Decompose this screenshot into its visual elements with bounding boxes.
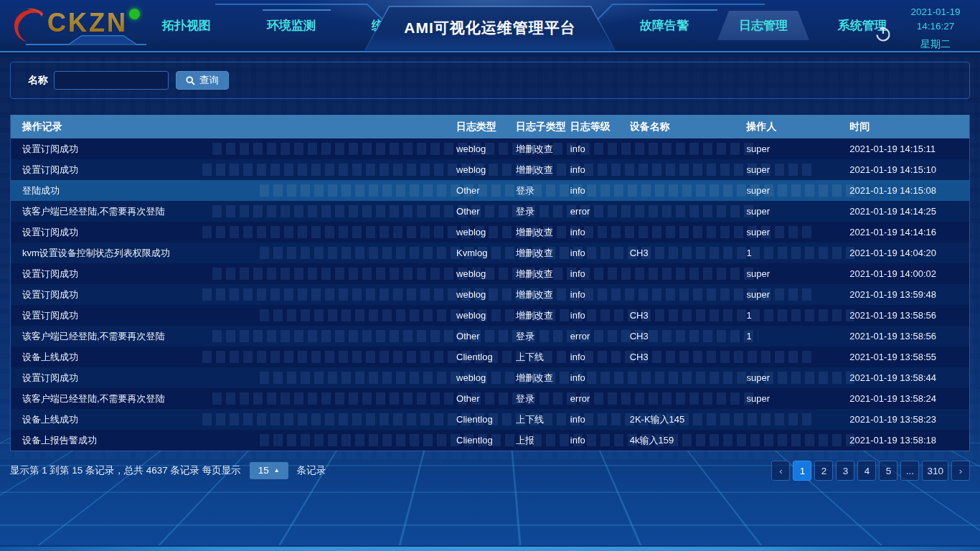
power-icon [874,24,892,43]
table-cell: CH3 [630,352,747,362]
table-header-row: 操作记录日志类型日志子类型日志等级设备名称操作人时间 [11,115,969,138]
table-cell: info [570,227,630,237]
page-button-page-4[interactable]: 4 [857,461,876,481]
table-cell: 2021-01-19 14:15:08 [849,185,969,196]
table-cell: info [570,352,630,362]
search-input[interactable] [54,71,169,90]
table-cell: 增删改查 [516,288,570,301]
table-cell: info [570,268,630,279]
log-table: 操作记录日志类型日志子类型日志等级设备名称操作人时间 设置订阅成功weblog增… [10,115,970,451]
table-cell: 上下线 [516,351,570,364]
table-cell: info [570,310,630,321]
summary-suffix: 条记录 [297,464,326,477]
table-cell: super [746,372,849,383]
table-cell: 设置订阅成功 [11,143,456,156]
column-header-2: 日志子类型 [516,121,570,133]
page-button-prev[interactable]: ‹ [771,461,790,481]
nav-item-alarms[interactable]: 故障告警 [630,11,699,40]
logo-green-dot-icon [129,9,140,19]
table-row[interactable]: 设置订阅成功weblog增删改查infosuper2021-01-19 14:1… [11,159,969,180]
table-cell: 增删改查 [516,372,570,385]
nav-right: 故障告警日志管理系统管理 [630,0,897,51]
logo-swoosh-icon [10,6,52,44]
column-header-1: 日志类型 [456,121,516,133]
table-row[interactable]: 设备上线成功Clientlog上下线infoCH32021-01-19 13:5… [11,347,969,367]
title-panel-inner: AMI可视化运维管理平台 [365,6,615,50]
table-cell: 2021-01-19 13:58:56 [849,310,969,321]
table-cell: 设置订阅成功 [11,226,456,239]
table-row[interactable]: 该客户端已经登陆,不需要再次登陆Other登录errorsuper2021-01… [11,388,969,409]
page-size-dropdown[interactable]: 15 ▲ [250,462,288,479]
search-icon [186,76,195,85]
table-row[interactable]: 设备上报告警成功Clientlog上报info4k输入1592021-01-19… [11,430,969,451]
table-cell: 增删改查 [516,247,570,260]
page-button-ellipsis[interactable]: ... [900,461,919,481]
app-logo: CKZN [10,4,140,44]
table-row[interactable]: 设置订阅成功weblog增删改查infosuper2021-01-19 13:5… [11,284,969,305]
query-button[interactable]: 查询 [176,71,229,90]
table-cell: Clientlog [456,435,516,446]
page-button-page-5[interactable]: 5 [879,461,897,481]
pagination: ‹12345...310› [771,461,970,481]
datetime-display: 2021-01-19 14:16:27 星期二 [894,5,977,51]
table-cell: 增删改查 [516,143,570,156]
table-cell: 登录 [516,330,570,343]
table-cell: Clientlog [456,414,516,425]
table-cell: 2021-01-19 14:04:20 [849,248,969,258]
table-row[interactable]: 设置订阅成功weblog增删改查infosuper2021-01-19 14:1… [11,222,969,242]
nav-item-environment[interactable]: 环境监测 [257,11,326,40]
power-button[interactable] [874,24,892,43]
table-cell: 登录 [516,392,570,405]
table-cell: 设置订阅成功 [11,309,456,322]
table-row[interactable]: kvm设置设备控制状态列表权限成功Kvmlog增删改查infoCH312021-… [11,242,969,263]
table-row[interactable]: 设备上线成功Clientlog上下线info2K-K输入1452021-01-1… [11,409,969,430]
table-row[interactable]: 设置订阅成功weblog增删改查infosuper2021-01-19 13:5… [11,367,969,388]
table-row[interactable]: 登陆成功Other登录infosuper2021-01-19 14:15:08 [11,180,969,201]
nav-item-topology[interactable]: 拓扑视图 [152,11,221,40]
search-panel: 名称 查询 [10,62,970,99]
table-cell: 设备上线成功 [11,413,456,426]
logo-text: CKZN [47,4,128,42]
main-content: 名称 查询 操作记录日志类型日志子类型日志等级设备名称操作人时间 设置订阅成功w… [0,62,980,484]
table-cell: weblog [456,227,516,237]
page-button-page-310[interactable]: 310 [922,461,948,481]
column-header-4: 设备名称 [630,121,747,133]
table-row[interactable]: 该客户端已经登陆,不需要再次登陆Other登录errorsuper2021-01… [11,201,969,222]
column-header-0: 操作记录 [11,121,456,133]
table-cell: 2021-01-19 13:58:55 [849,352,969,362]
table-cell: 登陆成功 [11,184,456,197]
table-cell: error [570,393,630,404]
page-button-next[interactable]: › [951,461,970,481]
table-cell: 2K-K输入145 [630,413,747,426]
table-cell: 该客户端已经登陆,不需要再次登陆 [11,392,456,405]
table-row[interactable]: 设置订阅成功weblog增删改查infosuper2021-01-19 14:0… [11,263,969,284]
table-cell: info [570,289,630,300]
table-cell: 1 [746,331,849,342]
table-cell: super [746,393,849,404]
table-row[interactable]: 该客户端已经登陆,不需要再次登陆Other登录errorCH312021-01-… [11,326,969,347]
table-cell: super [746,206,849,217]
table-row[interactable]: 设置订阅成功weblog增删改查infosuper2021-01-19 14:1… [11,138,969,159]
table-cell: error [570,206,630,217]
page-button-page-1[interactable]: 1 [793,461,811,481]
search-label: 名称 [28,74,48,87]
table-cell: weblog [456,310,516,321]
date-text: 2021-01-19 [894,5,977,19]
table-cell: 2021-01-19 14:00:02 [849,268,969,279]
table-cell: 2021-01-19 14:15:10 [849,164,969,175]
table-cell: super [746,164,849,175]
table-cell: super [746,185,849,196]
caret-up-icon: ▲ [274,468,280,474]
table-cell: 设置订阅成功 [11,164,456,176]
table-row[interactable]: 设置订阅成功weblog增删改查infoCH312021-01-19 13:58… [11,305,969,326]
page-button-page-3[interactable]: 3 [836,461,854,481]
page-title: AMI可视化运维管理平台 [404,18,576,38]
table-cell: weblog [456,289,516,300]
nav-item-logs[interactable]: 日志管理 [717,11,809,40]
table-cell: 上下线 [516,413,570,426]
table-cell: 登录 [516,184,570,197]
table-cell: 登录 [516,205,570,218]
page-button-page-2[interactable]: 2 [814,461,833,481]
table-cell: Other [456,206,516,217]
bottom-accent-bar [0,547,980,551]
